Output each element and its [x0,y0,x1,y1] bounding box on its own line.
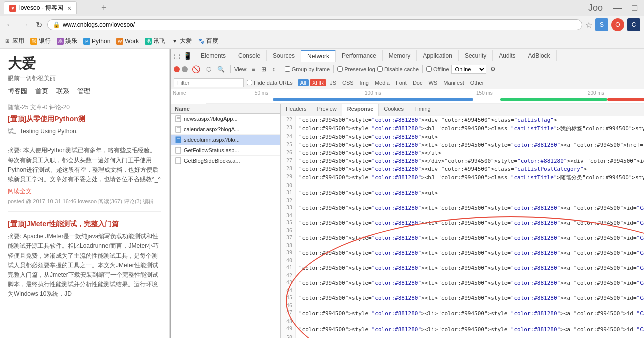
tab-favicon: ♥ [9,5,16,12]
line-number: 37 [281,234,296,242]
filter-css[interactable]: CSS [340,79,356,86]
back-button[interactable]: ← [4,19,16,30]
view-list-button[interactable]: ≡ [250,65,257,74]
bookmark-python[interactable]: P Python [83,38,110,45]
hide-data-urls-input[interactable] [247,80,252,85]
bookmark-work[interactable]: W Work [116,38,139,45]
detail-tab-cookies[interactable]: Cookies [379,104,409,116]
line-number: 29 [281,173,296,182]
file-item-5[interactable]: GetBlogSideBlocks.a... [171,156,280,166]
stop-button[interactable] [182,66,188,72]
tab-elements[interactable]: Elements [195,50,232,61]
read-more-1[interactable]: 阅读全文 [8,188,32,195]
filter-xhr[interactable]: XHR [310,79,326,86]
filter-ws[interactable]: WS [426,79,440,86]
post-title-2[interactable]: [置顶]JMeter性能测试，完整入门篇 [8,220,161,229]
filter-img[interactable]: Img [357,79,371,86]
filter-other[interactable]: Other [468,79,487,86]
tab-close-button[interactable]: × [67,4,71,12]
tab-audits[interactable]: Audits [493,50,522,61]
detail-tab-timing[interactable]: Timing [409,104,436,116]
detail-tab-headers[interactable]: Headers [281,104,312,116]
nav-home[interactable]: 博客园 [8,87,27,96]
throttle-select[interactable]: Online Slow 3G Fast 3G [451,65,486,74]
filter-manifest[interactable]: Manifest [441,79,467,86]
disable-cache-input[interactable] [377,66,383,72]
ext-button-3[interactable]: C [627,18,640,31]
refresh-button[interactable]: ↻ [34,19,44,31]
preserve-log-input[interactable] [337,66,343,72]
tab-performance[interactable]: Performance [336,50,383,61]
url-input[interactable] [63,21,577,28]
bookmark-button[interactable]: ☆ [585,20,592,30]
filter-js[interactable]: JS [327,79,339,86]
ext-button-1[interactable]: S [595,18,608,31]
devtools-inspect-icon[interactable]: ⬚ [174,52,180,60]
filter-doc[interactable]: Doc [410,79,425,86]
line-content: "color:#994500">style="color:#881280"><l… [296,264,644,272]
hide-data-urls-checkbox[interactable]: Hide data URLs [247,80,293,86]
file-item-2[interactable]: calendar.aspx?blogA... [171,124,280,135]
devtools-device-icon[interactable]: 📱 [183,52,192,60]
nav-admin[interactable]: 管理 [77,87,90,96]
bookmark-xunfei[interactable]: 讯 讯飞 [145,37,165,45]
group-by-frame-input[interactable] [285,66,290,72]
file-item-1[interactable]: news.aspx?blogApp... [171,114,280,124]
tab-application[interactable]: Application [417,50,459,61]
search-button[interactable]: 🔍 [215,65,227,74]
bookmark-daai[interactable]: ♥ 大爱 [171,37,192,45]
filter-font[interactable]: Font [393,79,409,86]
view-grid-button[interactable]: ⊞ [259,65,268,74]
filter-all[interactable]: All [298,79,309,86]
view-option-button[interactable]: ↕ [270,65,277,74]
line-content [296,287,302,294]
settings-button[interactable]: ⚙ [488,65,498,74]
code-line: 26"color:#994500">style="color:#881280">… [281,149,644,157]
line-content: "color:#994500">style="color:#881280"><l… [296,309,644,318]
disable-cache-checkbox[interactable]: Disable cache [377,66,419,72]
bookmark-entertainment[interactable]: 娱 娱乐 [57,37,77,45]
line-content [296,272,302,279]
tab-adblock[interactable]: AdBlock [522,50,557,61]
tab-security[interactable]: Security [459,50,493,61]
offline-input[interactable] [426,66,432,72]
tab-memory[interactable]: Memory [383,50,417,61]
address-bar[interactable]: 🔒 [47,19,582,30]
maximize-button[interactable]: □ [629,3,640,13]
filter-type-tabs: All XHR JS CSS Img Media Font Doc WS Man… [298,79,487,86]
filter-media[interactable]: Media [372,79,392,86]
toolbar-divider-2 [281,65,281,73]
record-button[interactable] [174,66,180,72]
bookmark-apps[interactable]: ⊞ 应用 [4,37,24,45]
code-line: 34 [281,212,644,219]
tab-sources[interactable]: Sources [267,50,301,61]
filter-input[interactable] [174,78,244,87]
ext-button-2[interactable]: O [611,18,624,31]
line-content [296,242,302,249]
file-icon-3 [175,136,182,143]
file-item-3[interactable]: sidecolumn.aspx?blo... [171,135,280,145]
clear-button[interactable]: 🚫 [190,64,202,74]
code-line: 41"color:#994500">style="color:#881280">… [281,264,644,272]
detail-tab-response[interactable]: Response [342,104,379,116]
detail-tab-preview[interactable]: Preview [312,104,342,116]
bookmark-baidu[interactable]: 🐾 百度 [198,37,218,45]
nav-contact[interactable]: 联系 [56,87,69,96]
bookmark-bank[interactable]: 银 银行 [30,37,51,45]
tab-network[interactable]: Network [301,50,336,62]
group-by-frame-checkbox[interactable]: Group by frame [285,66,330,72]
forward-button[interactable]: → [19,19,31,30]
browser-tab[interactable]: ♥ lovesoo - 博客园 × [4,1,77,14]
minimize-button[interactable]: — [610,3,625,13]
offline-checkbox[interactable]: Offline [426,66,449,72]
name-header: Name [175,106,190,112]
tab-console[interactable]: Console [232,50,267,61]
new-tab-button[interactable]: + [79,2,129,14]
filter-toggle[interactable]: ⬡ [204,65,213,74]
preserve-log-checkbox[interactable]: Preserve log [337,66,375,72]
post-title-1[interactable]: [置顶]从零使用Python测 [8,115,161,124]
nav-index[interactable]: 首页 [35,87,48,96]
code-line: 40 [281,257,644,264]
file-item-4[interactable]: GetFollowStatus.asp... [171,145,280,156]
blog-sidebar: 大爱 眼前一切都很美丽 博客园 首页 联系 管理 随笔-25 文章-0 评论-2… [0,49,170,338]
